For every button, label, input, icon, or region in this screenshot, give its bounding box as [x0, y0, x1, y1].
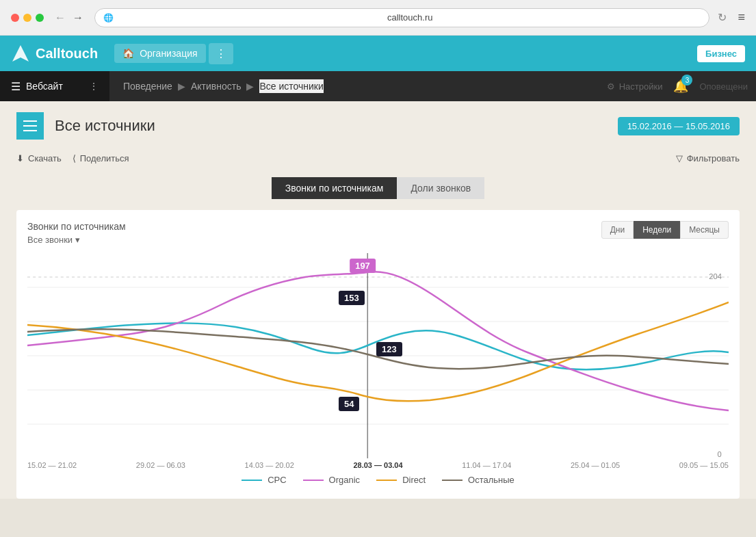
website-tab[interactable]: ☰ Вебсайт ⋮ [0, 71, 109, 101]
org-label: Организация [140, 48, 197, 59]
y-max-label: 204 [709, 272, 722, 280]
chart-svg: 204 0 [27, 253, 729, 458]
page-header: Все источники 15.02.2016 — 15.05.2016 [0, 101, 756, 150]
browser-dots [11, 14, 44, 22]
notifications-label: Оповещени [699, 81, 748, 92]
breadcrumb-first[interactable]: Поведение [123, 81, 172, 92]
legend-cpc-label: CPC [268, 475, 286, 485]
calltouch-logo-icon [11, 44, 30, 63]
back-arrow[interactable]: ← [55, 12, 66, 24]
date-range-badge[interactable]: 15.02.2016 — 15.05.2016 [618, 117, 740, 135]
filter-button[interactable]: ▽ Фильтровать [676, 153, 740, 163]
globe-icon: 🌐 [103, 13, 114, 23]
legend-organic-line [303, 480, 324, 481]
period-months-button[interactable]: Месяцы [680, 221, 729, 239]
settings-icon: ⚙ [607, 81, 615, 92]
tab-row: Звонки по источникам Доли звонков [0, 172, 756, 210]
breadcrumb-second[interactable]: Активность [191, 81, 242, 92]
x-label-1: 29.02 — 06.03 [136, 461, 185, 469]
header-actions: ⚙ Настройки 🔔 3 Оповещени [607, 79, 756, 94]
biz-button[interactable]: Бизнес [697, 45, 745, 62]
app-header: Calltouch 🏠 Организация ⋮ Бизнес [0, 36, 756, 71]
share-label: Поделиться [80, 153, 129, 163]
direct-line [27, 302, 729, 401]
x-label-4: 11.04 — 17.04 [462, 461, 511, 469]
filter-label: Фильтровать [687, 153, 740, 163]
legend-ostalnye-line [442, 480, 462, 481]
logo-area: Calltouch [11, 44, 98, 63]
dot-green[interactable] [36, 14, 44, 22]
legend-direct-label: Direct [402, 475, 426, 485]
y-min-label: 0 [718, 450, 722, 458]
breadcrumb: Поведение ▶ Активность ▶ Все источники [109, 79, 607, 93]
x-axis-labels: 15.02 — 21.02 29.02 — 06.03 14.03 — 20.0… [27, 458, 729, 469]
building-icon: 🏠 [122, 48, 134, 59]
breadcrumb-arrow-1: ▶ [178, 81, 185, 92]
action-bar: ⬇ Скачать ⟨ Поделиться ▽ Фильтровать [0, 150, 756, 172]
hamburger-menu-button[interactable] [16, 112, 44, 140]
chart-svg-area: 204 0 197 153 123 54 [27, 253, 729, 458]
period-days-button[interactable]: Дни [601, 221, 634, 239]
legend-cpc-line [242, 480, 262, 481]
website-more-button[interactable]: ⋮ [89, 81, 99, 92]
dot-red[interactable] [11, 14, 19, 22]
dot-yellow[interactable] [23, 14, 31, 22]
sub-header: ☰ Вебсайт ⋮ Поведение ▶ Активность ▶ Все… [0, 71, 756, 101]
header-right: Бизнес [697, 45, 745, 62]
main-content: Все источники 15.02.2016 — 15.05.2016 ⬇ … [0, 101, 756, 499]
filter-icon: ▽ [676, 153, 683, 163]
notification-badge: 3 [681, 75, 692, 86]
x-label-0: 15.02 — 21.02 [27, 461, 77, 469]
browser-chrome: ← → 🌐 calltouch.ru ↻ ≡ [0, 0, 756, 36]
website-label: Вебсайт [26, 81, 63, 92]
svg-marker-0 [12, 45, 29, 62]
chevron-down-icon: ▾ [75, 235, 80, 245]
legend-cpc: CPC [242, 475, 286, 485]
org-selector[interactable]: 🏠 Организация [114, 44, 205, 63]
chart-container: Звонки по источникам Все звонки ▾ Дни Не… [16, 210, 740, 499]
period-weeks-button[interactable]: Недели [634, 221, 680, 239]
breadcrumb-current: Все источники [259, 79, 323, 93]
ostalnye-line [27, 329, 729, 369]
legend-ostalnye: Остальные [442, 475, 514, 485]
url-text: calltouch.ru [119, 12, 701, 23]
x-label-2: 14.03 — 20.02 [245, 461, 294, 469]
breadcrumb-arrow-2: ▶ [246, 81, 254, 92]
hamburger-line-3 [23, 130, 37, 131]
logo-text: Calltouch [36, 46, 98, 62]
period-buttons: Дни Недели Месяцы [601, 221, 729, 239]
chart-subtitle-text: Все звонки [27, 235, 73, 245]
notification-button[interactable]: 🔔 3 [673, 79, 688, 94]
legend-ostalnye-label: Остальные [468, 475, 514, 485]
legend-organic-label: Organic [329, 475, 361, 485]
legend-organic: Organic [303, 475, 361, 485]
x-label-6: 09.05 — 15.05 [679, 461, 729, 469]
page-title: Все источники [55, 117, 155, 135]
share-icon: ⟨ [73, 153, 76, 163]
download-icon: ⬇ [16, 153, 24, 163]
legend-direct: Direct [376, 475, 426, 485]
org-more-button[interactable]: ⋮ [209, 43, 233, 64]
forward-arrow[interactable]: → [73, 12, 83, 24]
legend-direct-line [376, 480, 397, 481]
tab-calls-by-source[interactable]: Звонки по источникам [272, 177, 397, 199]
settings-label: Настройки [619, 81, 663, 92]
browser-menu-icon[interactable]: ≡ [738, 10, 745, 25]
tab-call-shares[interactable]: Доли звонков [397, 177, 484, 199]
share-button[interactable]: ⟨ Поделиться [73, 153, 129, 163]
download-label: Скачать [28, 153, 62, 163]
settings-button[interactable]: ⚙ Настройки [607, 81, 663, 92]
chart-legend: CPC Organic Direct Остальные [27, 469, 729, 488]
x-label-3: 28.03 — 03.04 [353, 461, 402, 469]
browser-nav: ← → [55, 12, 83, 24]
download-button[interactable]: ⬇ Скачать [16, 153, 62, 163]
hamburger-line-2 [23, 125, 37, 127]
x-label-5: 25.04 — 01.05 [571, 461, 620, 469]
address-bar[interactable]: 🌐 calltouch.ru [94, 8, 709, 27]
website-menu-icon: ☰ [11, 80, 21, 93]
hamburger-line-1 [23, 120, 37, 122]
refresh-icon[interactable]: ↻ [718, 11, 727, 24]
